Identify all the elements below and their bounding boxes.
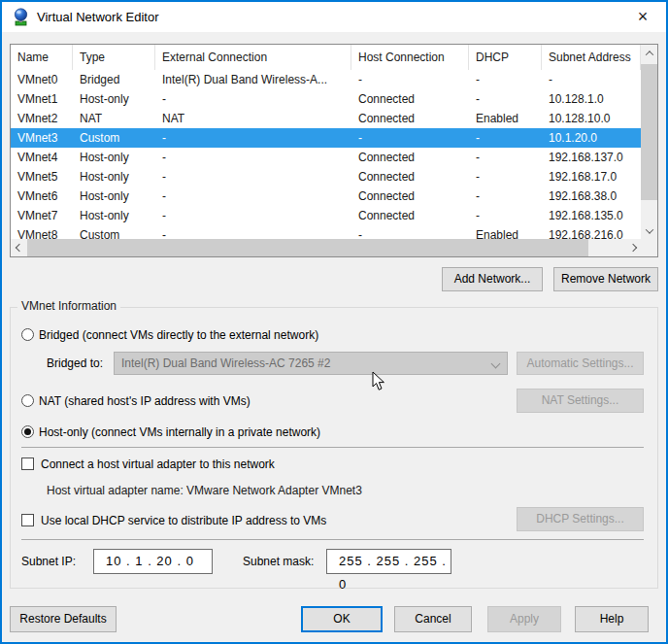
separator: [21, 539, 644, 540]
column-header-dhcp[interactable]: DHCP: [469, 45, 542, 70]
cell-dhcp: -: [469, 70, 542, 89]
cell-type: Custom: [73, 128, 155, 148]
help-button[interactable]: Help: [575, 606, 649, 632]
scroll-right-icon[interactable]: [624, 239, 641, 255]
cell-type: Host-only: [73, 89, 155, 109]
cell-host: Connected: [351, 89, 469, 109]
cell-subnet: 192.168.38.0: [542, 186, 641, 206]
table-row-vmnet2[interactable]: VMnet2NATNATConnectedEnabled10.128.10.0: [11, 109, 641, 128]
use-dhcp-checkbox[interactable]: [21, 514, 34, 526]
cell-external: -: [155, 128, 351, 148]
use-dhcp-label: Use local DHCP service to distribute IP …: [41, 514, 326, 527]
cell-host: -: [351, 225, 469, 239]
cell-dhcp: -: [469, 128, 542, 148]
cell-type: Bridged: [73, 70, 155, 89]
nat-radio-label: NAT (shared host's IP address with VMs): [39, 394, 250, 408]
subnet-ip-field[interactable]: 10 . 1 . 20 . 0: [93, 549, 213, 574]
table-row-vmnet4[interactable]: VMnet4Host-only-Connected-192.168.137.0: [11, 148, 641, 167]
cell-type: Host-only: [73, 186, 155, 206]
network-table-rows: VMnet0BridgedIntel(R) Dual Band Wireless…: [11, 70, 641, 239]
restore-defaults-button[interactable]: Restore Defaults: [10, 606, 117, 632]
add-network-button[interactable]: Add Network...: [442, 267, 543, 291]
subnet-mask-field[interactable]: 255 . 255 . 255 . 0: [326, 549, 451, 574]
table-row-vmnet7[interactable]: VMnet7Host-only-Connected-192.168.135.0: [11, 206, 641, 225]
cell-dhcp: -: [469, 89, 542, 109]
cell-dhcp: -: [469, 206, 542, 225]
host-only-radio-label: Host-only (connect VMs internally in a p…: [39, 425, 320, 439]
app-icon: [12, 8, 30, 26]
bridged-to-label: Bridged to:: [47, 356, 103, 370]
cell-external: -: [155, 148, 351, 167]
mouse-cursor: [372, 371, 385, 391]
vmnet-information-label: VMnet Information: [17, 299, 120, 313]
apply-button: Apply: [487, 606, 561, 632]
column-header-subnet[interactable]: Subnet Address: [542, 45, 641, 70]
cell-type: Host-only: [73, 206, 155, 225]
cell-subnet: 192.168.137.0: [542, 148, 641, 167]
cell-name: VMnet3: [11, 128, 73, 148]
nat-radio[interactable]: [21, 394, 34, 407]
cell-host: Connected: [351, 148, 469, 167]
cell-name: VMnet5: [11, 167, 73, 186]
cell-subnet: 192.168.216.0: [542, 225, 641, 239]
scrollbar-corner: [641, 239, 657, 256]
cancel-button[interactable]: Cancel: [394, 606, 472, 632]
connect-adapter-label: Connect a host virtual adapter to this n…: [41, 458, 275, 471]
column-header-host[interactable]: Host Connection: [351, 45, 469, 70]
bridged-radio-label: Bridged (connect VMs directly to the ext…: [39, 328, 318, 342]
subnet-mask-label: Subnet mask:: [243, 555, 314, 568]
bridged-radio[interactable]: [21, 328, 34, 341]
cell-external: -: [155, 89, 351, 109]
scroll-down-icon[interactable]: [641, 222, 657, 239]
cell-subnet: -: [542, 70, 641, 89]
cell-dhcp: Enabled: [469, 109, 542, 128]
subnet-ip-label: Subnet IP:: [21, 555, 76, 568]
vmnet-information-group: [10, 307, 658, 589]
cell-subnet: 10.1.20.0: [542, 128, 641, 148]
automatic-settings-button: Automatic Settings...: [517, 352, 644, 375]
table-row-vmnet8[interactable]: VMnet8Custom--Enabled192.168.216.0: [11, 225, 641, 239]
ok-button[interactable]: OK: [301, 606, 383, 632]
horizontal-scroll-thumb[interactable]: [27, 239, 588, 256]
cell-name: VMnet6: [11, 186, 73, 206]
table-row-vmnet6[interactable]: VMnet6Host-only-Connected-192.168.38.0: [11, 186, 641, 206]
cell-host: Connected: [351, 186, 469, 206]
remove-network-button[interactable]: Remove Network: [553, 267, 658, 291]
cell-name: VMnet8: [11, 225, 73, 239]
column-header-name[interactable]: Name: [11, 45, 73, 70]
cell-external: -: [155, 167, 351, 186]
network-list: NameTypeExternal ConnectionHost Connecti…: [10, 44, 658, 257]
scroll-up-icon[interactable]: [641, 45, 657, 61]
cell-host: Connected: [351, 167, 469, 186]
cell-dhcp: -: [469, 148, 542, 167]
cell-name: VMnet7: [11, 206, 73, 225]
cell-external: -: [155, 206, 351, 225]
host-only-radio[interactable]: [21, 425, 34, 438]
cell-host: -: [351, 128, 469, 148]
scroll-left-icon[interactable]: [11, 239, 27, 255]
virtual-network-editor-window: Virtual Network Editor × NameTypeExterna…: [0, 0, 668, 644]
close-button[interactable]: ×: [629, 4, 656, 29]
cell-external: -: [155, 186, 351, 206]
table-row-vmnet1[interactable]: VMnet1Host-only-Connected-10.128.1.0: [11, 89, 641, 109]
vertical-scrollbar[interactable]: [641, 45, 657, 239]
table-row-vmnet3[interactable]: VMnet3Custom---10.1.20.0: [11, 128, 641, 148]
connect-adapter-checkbox[interactable]: [21, 458, 34, 470]
cell-host: Connected: [351, 109, 469, 128]
title-bar: Virtual Network Editor ×: [2, 2, 666, 32]
cell-name: VMnet1: [11, 89, 73, 109]
column-header-external[interactable]: External Connection: [155, 45, 351, 70]
cell-type: Host-only: [73, 148, 155, 167]
cell-name: VMnet2: [11, 109, 73, 128]
cell-dhcp: -: [469, 186, 542, 206]
table-row-vmnet0[interactable]: VMnet0BridgedIntel(R) Dual Band Wireless…: [11, 70, 641, 89]
table-row-vmnet5[interactable]: VMnet5Host-only-Connected-192.168.17.0: [11, 167, 641, 186]
column-header-type[interactable]: Type: [73, 45, 155, 70]
vertical-scroll-thumb[interactable]: [641, 64, 657, 200]
horizontal-scrollbar[interactable]: [11, 239, 641, 256]
adapter-name-text: Host virtual adapter name: VMware Networ…: [47, 484, 362, 497]
cell-external: -: [155, 225, 351, 239]
cell-external: NAT: [155, 109, 351, 128]
cell-subnet: 192.168.135.0: [542, 206, 641, 225]
dhcp-settings-button: DHCP Settings...: [517, 507, 644, 531]
